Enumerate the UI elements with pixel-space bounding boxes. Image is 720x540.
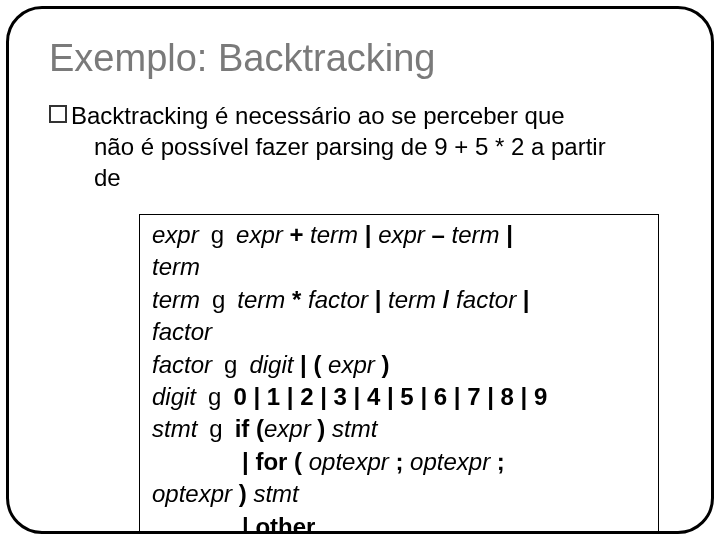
slide-frame: Exemplo: Backtracking Backtracking é nec… [6, 6, 714, 534]
grammar-line-9: optexpr ) stmt [152, 478, 646, 510]
grammar-line-7: stmt g if (expr ) stmt [152, 413, 646, 445]
intro-line2: não é possível fazer parsing de 9 + 5 * … [94, 131, 671, 162]
intro-text: Backtracking é necessário ao se perceber… [49, 100, 671, 194]
arrow-icon: g [205, 219, 229, 251]
grammar-line-1: expr g expr + term | expr – term | [152, 219, 646, 251]
grammar-line-8: | for ( optexpr ; optexpr ; [152, 446, 646, 478]
square-bullet-icon [49, 105, 67, 123]
arrow-icon: g [207, 284, 231, 316]
grammar-line-10: | other [152, 511, 646, 534]
grammar-line-4: factor [152, 316, 646, 348]
intro-line3: de [94, 162, 671, 193]
grammar-line-2: term [152, 251, 646, 283]
grammar-line-3: term g term * factor | term / factor | [152, 284, 646, 316]
grammar-line-6: digit g 0 | 1 | 2 | 3 | 4 | 5 | 6 | 7 | … [152, 381, 646, 413]
grammar-line-5: factor g digit | ( expr ) [152, 349, 646, 381]
arrow-icon: g [219, 349, 243, 381]
slide-title: Exemplo: Backtracking [49, 37, 671, 80]
grammar-box: expr g expr + term | expr – term | term … [139, 214, 659, 534]
arrow-icon: g [203, 381, 227, 413]
intro-line1: Backtracking é necessário ao se perceber… [71, 100, 565, 131]
arrow-icon: g [204, 413, 228, 445]
